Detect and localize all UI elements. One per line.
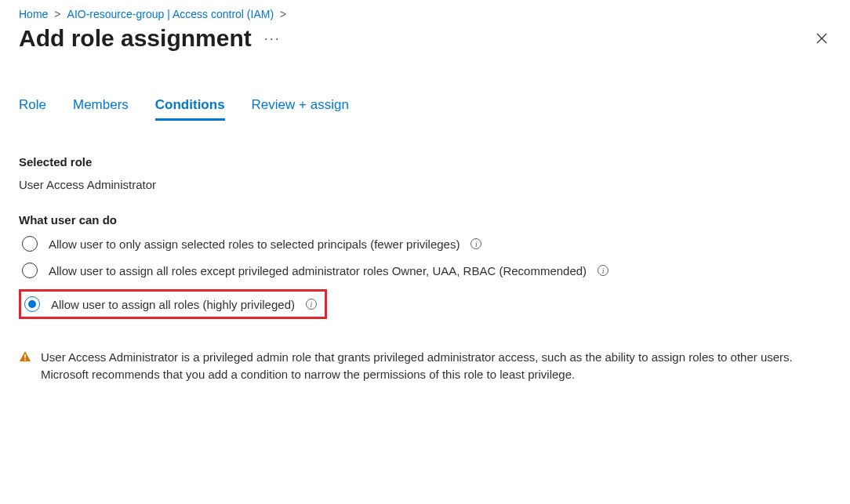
radio-label: Allow user to assign all roles (highly p…	[51, 298, 295, 311]
tab-members[interactable]: Members	[73, 94, 129, 121]
radio-option-recommended[interactable]: Allow user to assign all roles except pr…	[22, 263, 831, 278]
radio-icon	[22, 263, 38, 278]
radio-icon	[24, 296, 40, 312]
svg-rect-2	[24, 354, 26, 358]
close-icon	[816, 33, 827, 44]
warning-banner: User Access Administrator is a privilege…	[19, 349, 831, 383]
info-icon[interactable]: i	[470, 238, 481, 249]
selected-role-label: Selected role	[19, 155, 831, 169]
breadcrumb-home[interactable]: Home	[19, 8, 48, 20]
svg-rect-3	[24, 359, 26, 361]
radio-icon	[22, 236, 38, 252]
warning-icon	[19, 350, 31, 365]
radio-option-fewer-privileges[interactable]: Allow user to only assign selected roles…	[22, 236, 831, 252]
radio-label: Allow user to only assign selected roles…	[49, 237, 460, 251]
breadcrumb-resource[interactable]: AIO-resource-group | Access control (IAM…	[67, 8, 274, 20]
warning-text: User Access Administrator is a privilege…	[41, 349, 825, 383]
selected-role-value: User Access Administrator	[19, 178, 831, 191]
what-user-can-do-label: What user can do	[19, 213, 831, 227]
info-icon[interactable]: i	[598, 265, 608, 276]
page-title: Add role assignment	[19, 25, 252, 52]
radio-label: Allow user to assign all roles except pr…	[49, 264, 587, 277]
tab-role[interactable]: Role	[19, 94, 46, 121]
more-menu-icon[interactable]: ···	[264, 31, 281, 47]
info-icon[interactable]: i	[306, 299, 317, 310]
tab-conditions[interactable]: Conditions	[155, 94, 225, 121]
close-button[interactable]	[812, 29, 831, 48]
radio-option-highly-privileged[interactable]: Allow user to assign all roles (highly p…	[24, 296, 317, 312]
title-row: Add role assignment ···	[19, 25, 831, 52]
highlighted-row-wrap: Allow user to assign all roles (highly p…	[22, 289, 831, 319]
breadcrumb-sep-2: >	[280, 8, 286, 20]
highlight-box: Allow user to assign all roles (highly p…	[19, 289, 327, 319]
title-left: Add role assignment ···	[19, 25, 281, 52]
tab-review-assign[interactable]: Review + assign	[252, 94, 349, 121]
breadcrumb-sep-1: >	[54, 8, 60, 20]
radio-group-what-user-can-do: Allow user to only assign selected roles…	[19, 236, 831, 319]
breadcrumb: Home > AIO-resource-group | Access contr…	[19, 8, 831, 20]
tab-bar: Role Members Conditions Review + assign	[19, 94, 831, 121]
